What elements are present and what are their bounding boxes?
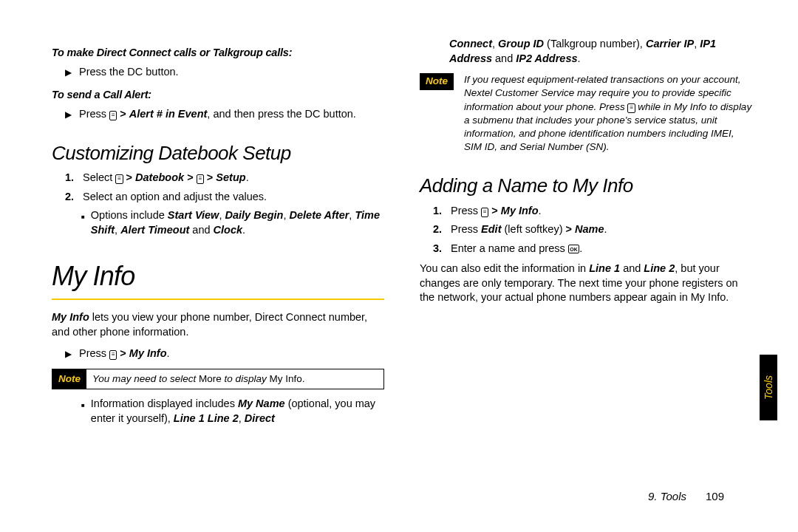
menu-key-icon: ≡ bbox=[481, 208, 488, 217]
field-name: Group ID bbox=[498, 38, 544, 50]
option-name: Clock bbox=[214, 224, 243, 236]
separator: > bbox=[117, 108, 129, 120]
text: and bbox=[620, 262, 644, 274]
term: My Info bbox=[52, 311, 89, 323]
triangle-bullet-icon: ▶ bbox=[65, 349, 72, 360]
text: lets you view your phone number, Direct … bbox=[52, 311, 367, 338]
list-text: Select ≡ > Datebook > ≡ > Setup. bbox=[83, 171, 249, 185]
list-number: 2. bbox=[433, 222, 445, 237]
text: . bbox=[302, 373, 305, 384]
list-item: 1. Select ≡ > Datebook > ≡ > Setup. bbox=[65, 171, 384, 185]
list-text: Enter a name and press OK. bbox=[451, 242, 582, 256]
note-label: Note bbox=[52, 369, 86, 389]
bullet-item: ▶ Press the DC button. bbox=[65, 65, 384, 80]
menu-path: Datebook bbox=[135, 171, 184, 183]
bullet-text: Information displayed includes My Name (… bbox=[91, 397, 384, 426]
page-body: To make Direct Connect calls or Talkgrou… bbox=[0, 0, 798, 532]
option-name: Start View bbox=[168, 209, 219, 221]
list-text: Select an option and adjust the values. bbox=[83, 190, 267, 205]
field-name: Carrier IP bbox=[646, 38, 694, 50]
sub-bullet-item: ■ Information displayed includes My Name… bbox=[81, 397, 384, 426]
bullet-item: ▶ Press ≡ > Alert # in Event, and then p… bbox=[65, 107, 384, 122]
menu-key-icon: ≡ bbox=[197, 174, 204, 184]
square-bullet-icon: ■ bbox=[81, 400, 85, 412]
sub-heading: To send a Call Alert: bbox=[52, 88, 384, 103]
text: and bbox=[492, 52, 516, 64]
note-text: If you request equipment-related transac… bbox=[464, 73, 752, 154]
menu-path: Alert # in Event bbox=[129, 108, 208, 120]
sub-heading: To make Direct Connect calls or Talkgrou… bbox=[52, 46, 384, 61]
text: . bbox=[579, 242, 582, 254]
text: . bbox=[578, 52, 581, 64]
text: to display bbox=[222, 373, 270, 384]
field-name: Line 1 bbox=[589, 262, 620, 274]
triangle-bullet-icon: ▶ bbox=[65, 109, 72, 120]
list-number: 2. bbox=[65, 190, 77, 205]
field-name: IP2 Address bbox=[516, 52, 577, 64]
softkey-name: Edit bbox=[481, 223, 501, 235]
menu-path: My Info bbox=[129, 347, 167, 359]
text: and bbox=[189, 224, 213, 236]
list-item: 2. Press Edit (left softkey) > Name. bbox=[433, 222, 752, 237]
menu-key-icon: ≡ bbox=[627, 103, 635, 113]
text: , and then press the DC button. bbox=[207, 108, 356, 120]
list-text: Press ≡ > My Info. bbox=[451, 204, 542, 219]
field-name: Connect bbox=[449, 38, 492, 50]
list-item: 1. Press ≡ > My Info. bbox=[433, 204, 752, 219]
text: . bbox=[246, 171, 249, 183]
field-name: Direct bbox=[245, 412, 275, 424]
note-text: You may need to select More to display M… bbox=[86, 369, 383, 389]
list-number: 3. bbox=[433, 242, 445, 256]
list-text: Press Edit (left softkey) > Name. bbox=[451, 222, 607, 237]
separator: > bbox=[566, 223, 576, 235]
text: You can also edit the information in bbox=[420, 262, 589, 274]
text: Options include bbox=[91, 209, 168, 221]
field-name: Line 2 bbox=[208, 412, 239, 424]
menu-key-icon: ≡ bbox=[109, 111, 117, 120]
text: Press bbox=[79, 108, 109, 120]
ok-key-icon: OK bbox=[568, 245, 580, 253]
bullet-text: Options include Start View, Daily Begin,… bbox=[91, 208, 384, 237]
separator: > bbox=[488, 205, 501, 216]
heading-adding-name: Adding a Name to My Info bbox=[420, 173, 752, 199]
right-column: Connect, Group ID (Talkgroup number), Ca… bbox=[420, 37, 752, 502]
bullet-text: Press ≡ > My Info. bbox=[79, 347, 170, 361]
sub-bullet-item: ■ Options include Start View, Daily Begi… bbox=[81, 208, 384, 237]
menu-path: Setup bbox=[216, 171, 245, 183]
bullet-text: Press the DC button. bbox=[79, 65, 179, 80]
text: , bbox=[239, 412, 245, 424]
page-footer: 9. Tools109 bbox=[648, 490, 724, 502]
side-tab-tools: Tools bbox=[760, 355, 777, 420]
text: . bbox=[539, 205, 542, 216]
heading-customizing-datebook: Customizing Datebook Setup bbox=[52, 140, 384, 166]
text: (Talkgroup number), bbox=[544, 38, 646, 50]
text: More bbox=[199, 373, 222, 384]
separator: > bbox=[123, 171, 136, 183]
text: (left softkey) bbox=[501, 223, 565, 235]
text: Press bbox=[451, 205, 481, 216]
text: Information displayed includes bbox=[91, 398, 238, 409]
left-column: To make Direct Connect calls or Talkgrou… bbox=[52, 37, 384, 502]
bullet-text: Press ≡ > Alert # in Event, and then pre… bbox=[79, 107, 356, 122]
section-rule bbox=[52, 299, 384, 300]
option-name: Daily Begin bbox=[225, 209, 283, 221]
option-name: Delete After bbox=[290, 209, 349, 221]
note-block: Note If you request equipment-related tr… bbox=[420, 73, 752, 154]
note-box: Note You may need to select More to disp… bbox=[52, 369, 384, 389]
list-number: 1. bbox=[65, 171, 77, 185]
list-number: 1. bbox=[433, 204, 445, 219]
separator: > bbox=[117, 347, 129, 359]
continuation-text: Connect, Group ID (Talkgroup number), Ca… bbox=[449, 37, 752, 66]
text: . bbox=[242, 224, 245, 236]
paragraph: You can also edit the information in Lin… bbox=[420, 262, 752, 305]
list-item: 3. Enter a name and press OK. bbox=[433, 242, 752, 256]
separator: > bbox=[184, 171, 197, 183]
menu-path: Name bbox=[575, 223, 604, 235]
field-name: Line 1 bbox=[174, 412, 205, 424]
text: Press bbox=[451, 223, 481, 235]
separator: > bbox=[204, 171, 216, 183]
field-name: Line 2 bbox=[644, 262, 675, 274]
text: You may need to select bbox=[92, 373, 199, 384]
text: My Info bbox=[269, 373, 301, 384]
option-name: Alert Timeout bbox=[120, 224, 189, 236]
